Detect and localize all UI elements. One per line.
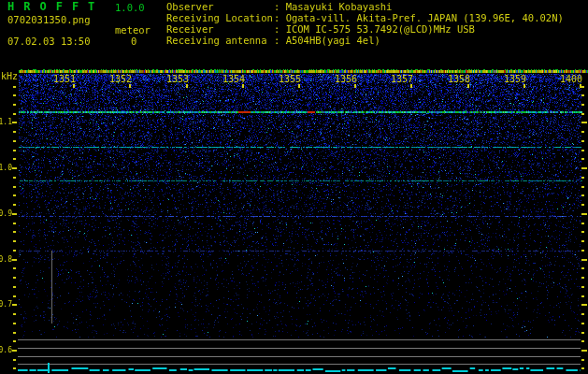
freq-minor-tick [13,186,16,188]
header-info-row: Receiver: ICOM IC-575 53.7492(@LCD)MHz U… [166,24,475,35]
time-minute-tick [410,84,412,88]
freq-tick-label: 0.8 [0,255,12,264]
hrofft-output-image: HROFFT 1.0.0 0702031350.png meteor 07.02… [0,0,588,374]
header-info-label: Receiver [166,24,274,35]
header-info-value: A504HB(yagi 4el) [286,35,380,46]
freq-minor-tick [581,158,584,160]
header-info-value: ICOM IC-575 53.7492(@LCD)MHz USB [286,23,475,35]
app-version: 1.0.0 [115,3,145,13]
freq-minor-tick [581,313,584,315]
header-info-row: Receiving antenna: A504HB(yagi 4el) [166,36,380,46]
freq-minor-tick [581,250,584,252]
freq-minor-tick [581,140,584,142]
freq-minor-tick [581,340,584,342]
freq-major-tick [12,167,17,169]
freq-minor-tick [13,286,16,288]
freq-minor-tick [13,367,16,369]
freq-minor-tick [581,231,584,233]
freq-minor-tick [581,267,584,269]
time-minute-tick [242,84,244,88]
freq-minor-tick [13,140,16,142]
freq-major-tick [12,304,17,306]
freq-minor-tick [13,240,16,242]
freq-minor-tick [581,150,584,151]
time-minute-tick [354,84,356,88]
freq-tick-label: 1.1 [0,118,12,126]
freq-major-tick [581,213,587,215]
freq-minor-tick [13,194,16,196]
header-info-colon: : [274,23,286,35]
freq-major-tick [12,122,17,123]
time-tick-label: 1353 [166,74,189,84]
freq-minor-tick [13,177,16,179]
freq-minor-tick [13,104,16,106]
header-info-colon: : [274,12,286,23]
freq-tick-label: 0.7 [0,300,12,309]
header-info-value: Ogata-vill. Akita-Pref. JAPAN (139.96E, … [286,12,564,23]
freq-major-tick [12,259,17,261]
freq-minor-tick [581,113,584,115]
freq-minor-tick [13,204,16,206]
observation-datetime: 07.02.03 13:50 [7,36,91,47]
time-minute-tick [129,84,131,88]
freq-minor-tick [13,250,16,252]
meteor-count-value: 0 [131,36,136,47]
freq-minor-tick [581,240,584,242]
freq-major-tick [581,350,587,352]
freq-minor-tick [13,340,16,342]
freq-minor-tick [13,295,16,297]
header-info-label: Observer [166,2,274,12]
freq-minor-tick [13,277,16,279]
freq-minor-tick [581,94,584,96]
time-tick-label: 1357 [391,74,413,84]
freq-minor-tick [13,323,16,324]
freq-major-tick [581,304,587,306]
time-tick-label: 1351 [53,74,76,84]
time-tick-label: 1400 [560,74,582,84]
spectrogram-canvas [0,0,588,374]
time-tick-label: 1359 [504,74,526,84]
freq-minor-tick [581,359,584,361]
freq-minor-tick [581,204,584,206]
freq-minor-tick [581,295,584,297]
freq-major-tick [581,122,587,123]
freq-tick-label: 0.9 [0,209,12,218]
time-minute-tick [186,84,188,88]
freq-minor-tick [13,131,16,133]
time-tick-label: 1355 [279,74,301,84]
freq-tick-label: 0.6 [0,346,12,354]
freq-minor-tick [13,332,16,334]
app-title: HROFFT [7,2,104,12]
freq-minor-tick [13,113,16,115]
freq-minor-tick [581,223,584,224]
freq-major-tick [581,167,587,169]
freq-minor-tick [13,94,16,96]
freq-tick-label: 1.0 [0,164,12,172]
header-info-label: Receiving Location [166,13,274,23]
header-info-colon: : [274,1,286,12]
freq-minor-tick [13,223,16,224]
header-info-colon: : [274,35,286,46]
time-minute-tick [580,84,581,88]
output-filename: 0702031350.png [7,15,91,25]
freq-minor-tick [581,194,584,196]
freq-minor-tick [581,131,584,133]
time-tick-label: 1358 [448,74,470,84]
freq-minor-tick [13,359,16,361]
freq-minor-tick [13,86,16,88]
freq-minor-tick [13,267,16,269]
freq-minor-tick [13,158,16,160]
time-tick-label: 1356 [335,74,357,84]
freq-minor-tick [581,332,584,334]
time-minute-tick [73,84,75,88]
freq-minor-tick [581,286,584,288]
freq-minor-tick [581,186,584,188]
header-info-label: Receiving antenna [166,36,274,46]
freq-minor-tick [581,277,584,279]
time-minute-tick [523,84,525,88]
freq-minor-tick [13,150,16,151]
freq-major-tick [581,259,587,261]
freq-minor-tick [13,231,16,233]
freq-minor-tick [581,177,584,179]
header-info-row: Receiving Location: Ogata-vill. Akita-Pr… [166,13,564,23]
